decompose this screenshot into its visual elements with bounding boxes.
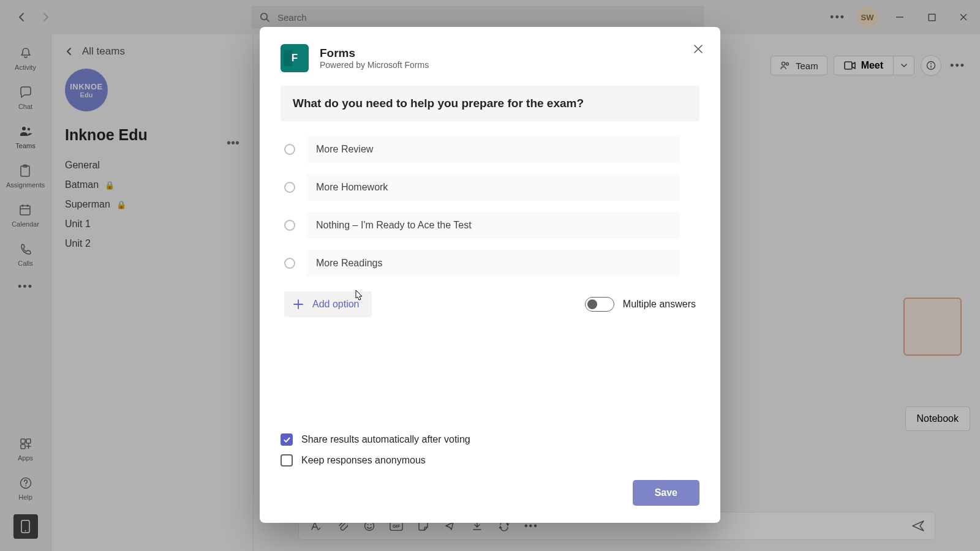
modal-overlay: F Forms Powered by Microsoft Forms What …: [0, 0, 980, 551]
radio-icon: [284, 182, 295, 193]
options-list: [281, 136, 699, 277]
close-icon: [693, 44, 703, 54]
forms-app-icon: F: [281, 44, 309, 72]
radio-icon: [284, 258, 295, 269]
add-option-label: Add option: [312, 299, 360, 310]
option-input-2[interactable]: [306, 174, 680, 201]
forms-dialog: F Forms Powered by Microsoft Forms What …: [260, 27, 720, 523]
checkbox-checked-icon: [281, 433, 293, 446]
multiple-answers-group: Multiple answers: [585, 297, 696, 312]
dialog-footer: Save: [281, 480, 699, 506]
option-row: [284, 212, 696, 239]
dialog-title: Forms: [320, 47, 429, 60]
share-results-label: Share results automatically after voting: [301, 434, 470, 445]
multiple-answers-label: Multiple answers: [623, 299, 696, 310]
dialog-header: F Forms Powered by Microsoft Forms: [281, 44, 699, 72]
radio-icon: [284, 144, 295, 155]
close-button[interactable]: [688, 39, 708, 59]
plus-icon: [292, 298, 305, 311]
add-option-button[interactable]: Add option: [284, 291, 372, 317]
option-row: [284, 174, 696, 201]
share-results-checkbox[interactable]: Share results automatically after voting: [281, 433, 699, 446]
option-controls: Add option Multiple answers: [281, 291, 699, 317]
option-input-4[interactable]: [306, 250, 680, 277]
keep-anonymous-checkbox[interactable]: Keep responses anonymous: [281, 454, 699, 467]
question-input[interactable]: What do you need to help you prepare for…: [281, 86, 699, 121]
option-input-1[interactable]: [306, 136, 680, 163]
option-input-3[interactable]: [306, 212, 680, 239]
app-root: ••• SW Activity Chat: [0, 0, 980, 551]
keep-anonymous-label: Keep responses anonymous: [301, 455, 426, 466]
multiple-answers-toggle[interactable]: [585, 297, 614, 312]
radio-icon: [284, 220, 295, 231]
dialog-subtitle: Powered by Microsoft Forms: [320, 60, 429, 70]
option-row: [284, 250, 696, 277]
save-button[interactable]: Save: [633, 480, 699, 506]
dialog-checkboxes: Share results automatically after voting…: [281, 415, 699, 467]
checkbox-unchecked-icon: [281, 454, 293, 467]
option-row: [284, 136, 696, 163]
